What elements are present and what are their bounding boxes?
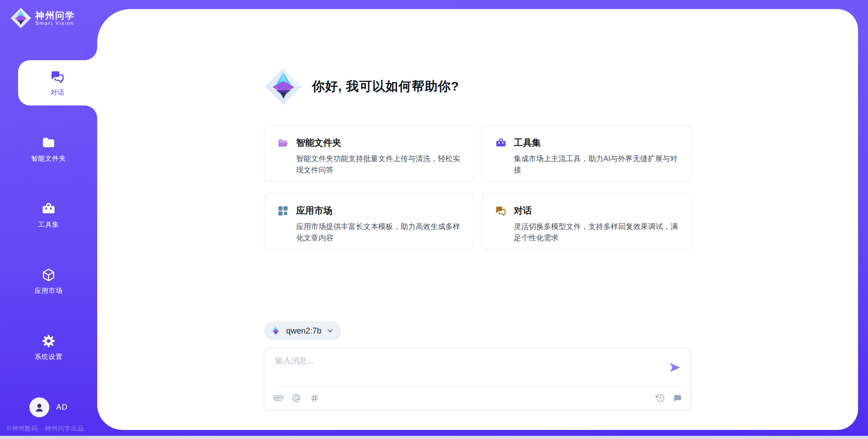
app-logo: 神州问学 Smart Vision <box>10 7 75 29</box>
sidebar-item-toolset[interactable]: 工具集 <box>0 192 97 238</box>
gear-icon <box>40 334 57 348</box>
card-title: 智能文件夹 <box>296 137 341 149</box>
card-title: 应用市场 <box>296 205 332 217</box>
briefcase-icon <box>495 137 507 149</box>
card-description: 集成市场上主流工具，助力AI与外界无缝扩展与对接 <box>514 153 679 176</box>
sidebar-item-chat[interactable]: 对话 <box>18 60 97 105</box>
message-composer <box>264 348 691 410</box>
sidebar-item-label: 智能文件夹 <box>31 154 66 163</box>
cube-icon <box>40 267 57 282</box>
chevron-down-icon <box>326 327 334 335</box>
avatar <box>29 397 49 417</box>
brand-diamond-icon <box>270 325 282 337</box>
card-description: 灵活切换多模型文件，支持多样回复效果调试，满足个性化需求 <box>514 221 679 243</box>
greeting: 你好, 我可以如何帮助你? <box>264 67 691 106</box>
folder-open-icon <box>277 137 289 149</box>
chat-bubbles-icon <box>495 205 507 217</box>
feature-cards: 智能文件夹 智能文件夹功能支持批量文件上传与清洗，轻松实现文件问答 工具集 集成… <box>264 125 691 250</box>
sidebar-item-smart-folder[interactable]: 智能文件夹 <box>0 126 97 172</box>
mention-icon[interactable] <box>292 393 301 403</box>
sidebar-item-label: 应用市场 <box>35 286 63 295</box>
card-smart-folder[interactable]: 智能文件夹 智能文件夹功能支持批量文件上传与清洗，轻松实现文件问答 <box>264 125 474 182</box>
hashtag-icon[interactable] <box>310 393 319 403</box>
sidebar-item-app-market[interactable]: 应用市场 <box>0 258 97 304</box>
brand-diamond-icon <box>10 7 32 29</box>
person-icon <box>33 401 45 413</box>
toolbox-icon <box>40 201 57 216</box>
card-toolset[interactable]: 工具集 集成市场上主流工具，助力AI与外界无缝扩展与对接 <box>482 125 692 182</box>
app-grid-icon <box>277 205 289 217</box>
card-chat[interactable]: 对话 灵活切换多模型文件，支持多样回复效果调试，满足个性化需求 <box>482 193 692 250</box>
sidebar-item-settings[interactable]: 系统设置 <box>0 324 97 370</box>
user-name: AD <box>56 403 68 412</box>
window-bottom-edge <box>0 436 868 439</box>
history-icon[interactable] <box>656 393 665 403</box>
sidebar-item-label: 工具集 <box>38 220 59 229</box>
chat-bubbles-icon <box>49 69 66 84</box>
sidebar-item-label: 对话 <box>51 88 65 97</box>
card-title: 工具集 <box>514 137 541 149</box>
chat-bubble-icon[interactable] <box>672 393 682 403</box>
card-description: 智能文件夹功能支持批量文件上传与清洗，轻松实现文件问答 <box>296 153 461 176</box>
app-subtitle: Smart Vision <box>35 20 75 26</box>
sidebar: 神州问学 Smart Vision 对话 智能文件夹 工具集 <box>0 0 97 439</box>
sidebar-item-label: 系统设置 <box>35 353 63 361</box>
model-selector[interactable]: qwen2:7b <box>264 321 341 340</box>
greeting-title: 你好, 我可以如何帮助你? <box>312 78 459 95</box>
card-description: 应用市场提供丰富长文本模板，助力高效生成多样化文章内容 <box>296 221 461 243</box>
main-panel: 你好, 我可以如何帮助你? 智能文件夹 智能文件夹功能支持批量文件上传与清洗，轻… <box>97 9 858 430</box>
copyright-text: ©神州数码 · 神州问学出品 <box>7 425 84 433</box>
folder-icon <box>40 135 57 150</box>
user-account[interactable]: AD <box>0 397 97 417</box>
brand-diamond-icon <box>264 67 303 106</box>
sidebar-nav: 对话 智能文件夹 工具集 应用市场 <box>0 60 97 391</box>
card-app-market[interactable]: 应用市场 应用市场提供丰富长文本模板，助力高效生成多样化文章内容 <box>264 193 474 250</box>
app-name: 神州问学 <box>35 10 75 20</box>
send-icon[interactable] <box>668 361 682 374</box>
model-name: qwen2:7b <box>286 326 321 336</box>
attach-file-icon[interactable] <box>274 393 283 403</box>
message-input[interactable] <box>275 355 668 382</box>
card-title: 对话 <box>514 205 532 217</box>
